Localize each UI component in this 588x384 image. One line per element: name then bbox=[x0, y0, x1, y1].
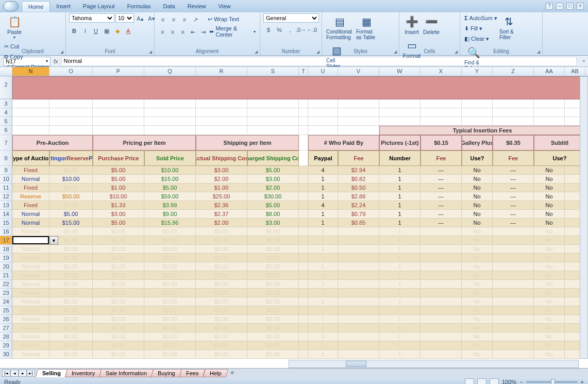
data-cell[interactable] bbox=[493, 289, 534, 297]
row-header[interactable]: 4 bbox=[0, 108, 12, 117]
cell[interactable] bbox=[299, 99, 308, 108]
data-cell[interactable]: No bbox=[462, 332, 493, 341]
data-cell[interactable]: $0.00 bbox=[49, 183, 93, 192]
column-header-AB[interactable]: AB bbox=[565, 67, 585, 76]
data-cell[interactable]: 1 bbox=[308, 332, 338, 341]
tab-data[interactable]: Data bbox=[157, 1, 181, 12]
data-cell[interactable]: No bbox=[462, 201, 493, 210]
data-cell[interactable]: $0.00 bbox=[93, 306, 144, 315]
cell[interactable] bbox=[421, 108, 462, 117]
data-cell[interactable] bbox=[421, 227, 462, 236]
data-cell[interactable] bbox=[338, 297, 379, 306]
data-cell[interactable]: $5.00 bbox=[49, 210, 93, 219]
cell[interactable] bbox=[247, 117, 299, 126]
font-name-select[interactable]: Tahoma bbox=[69, 13, 114, 23]
data-cell[interactable] bbox=[493, 254, 534, 262]
indent-dec-button[interactable]: ⇤ bbox=[188, 27, 198, 37]
data-cell[interactable] bbox=[493, 350, 534, 359]
cell[interactable] bbox=[247, 108, 299, 117]
border-button[interactable]: ▦ bbox=[102, 26, 112, 36]
merge-center-button[interactable]: ⬌Merge & Center ▾ bbox=[208, 27, 257, 36]
cell[interactable] bbox=[379, 108, 421, 117]
data-cell[interactable]: 1 bbox=[308, 227, 338, 236]
data-cell[interactable]: Normal bbox=[12, 289, 49, 297]
data-cell[interactable]: $0.00 bbox=[49, 350, 93, 359]
worksheet[interactable]: NOPQRSTUVWXYZAAAB 23456Typical Insertion… bbox=[0, 67, 588, 368]
data-cell[interactable]: No bbox=[534, 175, 565, 183]
delete-cells-button[interactable]: ➖Delete bbox=[422, 13, 441, 36]
data-cell[interactable]: $0.82 bbox=[338, 175, 379, 183]
data-cell[interactable]: $0.00 bbox=[49, 280, 93, 289]
data-cell[interactable]: $5.00 bbox=[93, 175, 144, 183]
data-cell[interactable]: No bbox=[534, 315, 565, 324]
font-color-button[interactable]: A bbox=[123, 26, 133, 36]
sheet-tab-selling[interactable]: Selling bbox=[36, 369, 68, 377]
zoom-in-button[interactable]: + bbox=[581, 379, 584, 384]
data-cell[interactable]: 1 bbox=[379, 175, 421, 183]
cell[interactable] bbox=[338, 99, 379, 108]
data-cell[interactable]: No bbox=[534, 280, 565, 289]
data-cell[interactable]: 4 bbox=[308, 166, 338, 175]
data-cell[interactable]: Normal bbox=[12, 341, 49, 350]
data-cell[interactable]: No bbox=[534, 201, 565, 210]
align-right-button[interactable]: ≡ bbox=[178, 27, 188, 37]
data-cell[interactable] bbox=[299, 175, 308, 183]
data-cell[interactable]: $0.00 bbox=[144, 289, 196, 297]
data-cell[interactable]: $0.00 bbox=[144, 350, 196, 359]
data-cell[interactable]: $0.00 bbox=[93, 254, 144, 262]
indent-inc-button[interactable]: ⇥ bbox=[198, 27, 208, 37]
data-cell[interactable]: $0.00 bbox=[144, 262, 196, 271]
align-top-button[interactable]: ≡ bbox=[158, 14, 168, 25]
cell[interactable] bbox=[49, 99, 93, 108]
zoom-percent[interactable]: 100% bbox=[502, 379, 516, 384]
data-cell[interactable]: No bbox=[534, 350, 565, 359]
data-cell[interactable]: No bbox=[534, 306, 565, 315]
data-cell[interactable]: $0.00 bbox=[247, 245, 299, 254]
data-cell[interactable]: $0.00 bbox=[196, 271, 247, 280]
data-cell[interactable]: $0.00 bbox=[144, 271, 196, 280]
cell[interactable] bbox=[144, 108, 196, 117]
data-cell[interactable]: 1 bbox=[308, 175, 338, 183]
sheet-tab-fees[interactable]: Fees bbox=[179, 369, 206, 377]
data-cell[interactable]: 1 bbox=[308, 210, 338, 219]
data-cell[interactable]: Normal bbox=[12, 280, 49, 289]
data-cell[interactable]: $2.88 bbox=[338, 192, 379, 201]
data-cell[interactable] bbox=[421, 324, 462, 332]
data-cell[interactable]: $0.00 bbox=[49, 341, 93, 350]
data-cell[interactable]: No bbox=[462, 262, 493, 271]
data-cell[interactable]: 1 bbox=[379, 289, 421, 297]
data-cell[interactable] bbox=[421, 297, 462, 306]
fill-color-button[interactable]: ◆ bbox=[112, 26, 123, 36]
data-cell[interactable]: $0.00 bbox=[49, 262, 93, 271]
cell[interactable] bbox=[421, 99, 462, 108]
data-cell[interactable]: No bbox=[462, 271, 493, 280]
data-cell[interactable]: 1 bbox=[308, 254, 338, 262]
tab-review[interactable]: Review bbox=[181, 1, 212, 12]
data-cell[interactable]: $0.00 bbox=[196, 254, 247, 262]
data-cell[interactable]: 1 bbox=[308, 192, 338, 201]
data-cell[interactable]: No bbox=[462, 350, 493, 359]
data-cell[interactable]: $0.00 bbox=[196, 289, 247, 297]
sheet-tab-sale-information[interactable]: Sale Information bbox=[99, 369, 154, 377]
data-cell[interactable]: No bbox=[534, 254, 565, 262]
restore-icon[interactable]: □ bbox=[566, 3, 574, 10]
data-cell[interactable]: --- bbox=[493, 192, 534, 201]
percent-button[interactable]: % bbox=[274, 25, 284, 35]
data-cell[interactable]: $2.36 bbox=[196, 201, 247, 210]
data-cell[interactable]: $0.00 bbox=[93, 280, 144, 289]
data-cell[interactable]: No bbox=[462, 280, 493, 289]
data-cell[interactable]: Normal bbox=[12, 262, 49, 271]
sheet-tab-buying[interactable]: Buying bbox=[151, 369, 182, 377]
data-cell[interactable] bbox=[338, 262, 379, 271]
cell-styles-button[interactable]: ▧Cell Styles bbox=[325, 42, 348, 70]
data-cell[interactable]: $0.00 bbox=[93, 297, 144, 306]
data-cell[interactable]: $0.00 bbox=[144, 297, 196, 306]
data-cell[interactable] bbox=[421, 350, 462, 359]
fill-button[interactable]: ⬇Fill ▾ bbox=[463, 24, 497, 33]
expand-formula-icon[interactable]: ▾ bbox=[580, 59, 588, 63]
data-cell[interactable]: $10.00 bbox=[49, 175, 93, 183]
data-cell[interactable] bbox=[493, 236, 534, 245]
cell[interactable] bbox=[144, 99, 196, 108]
data-cell[interactable]: $3.00 bbox=[93, 210, 144, 219]
cell[interactable] bbox=[493, 117, 534, 126]
